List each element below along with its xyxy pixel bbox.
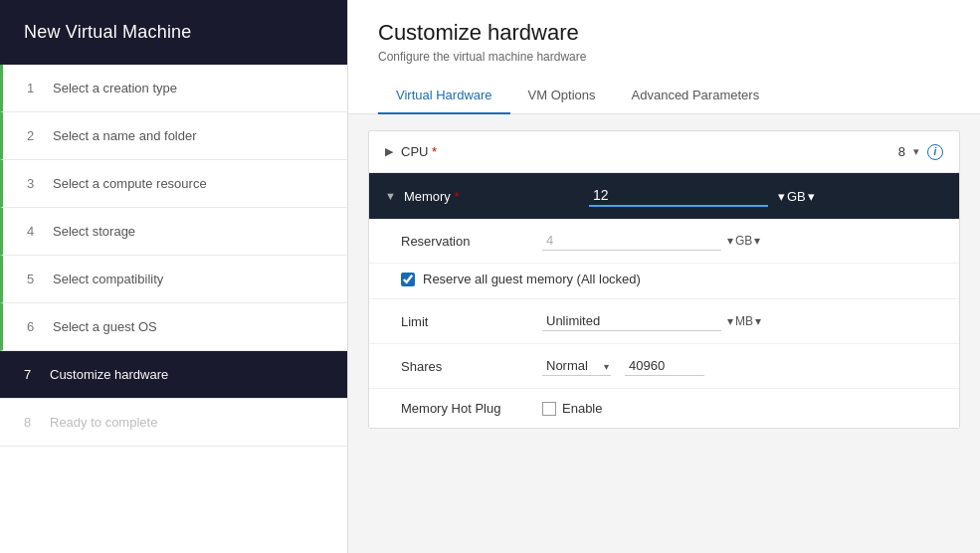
sidebar: New Virtual Machine 1 Select a creation … (0, 0, 348, 553)
shares-row: Shares Normal Low High Custom ▾ (369, 344, 959, 389)
cpu-field-value: 8 ▾ i (876, 143, 943, 160)
reserve-all-checkbox[interactable] (401, 273, 415, 286)
memory-label: Memory * (404, 189, 581, 204)
tab-advanced-parameters[interactable]: Advanced Parameters (614, 78, 778, 114)
hotplug-enable-label: Enable (562, 401, 602, 416)
cpu-dropdown-button[interactable]: ▾ (911, 143, 921, 160)
step-num-8: 8 (24, 415, 40, 430)
shares-value-area: Normal Low High Custom ▾ (542, 356, 935, 376)
reservation-unit[interactable]: ▾ GB ▾ (727, 234, 760, 248)
sidebar-title: New Virtual Machine (0, 0, 347, 65)
step-num-7: 7 (24, 367, 40, 382)
reservation-unit-label: GB (735, 234, 752, 248)
content-header: Customize hardware Configure the virtual… (348, 0, 980, 114)
page-subtitle: Configure the virtual machine hardware (378, 50, 950, 64)
sidebar-item-storage[interactable]: 4 Select storage (0, 208, 347, 256)
step-num-4: 4 (27, 224, 43, 239)
step-num-3: 3 (27, 176, 43, 191)
sidebar-item-guest-os[interactable]: 6 Select a guest OS (0, 303, 347, 351)
cpu-row: ▶ CPU * 8 ▾ i (369, 131, 959, 173)
step-num-2: 2 (27, 128, 43, 143)
limit-unit-caret: ▾ (727, 314, 733, 328)
sidebar-item-name-folder[interactable]: 2 Select a name and folder (0, 112, 347, 160)
memory-details: Reservation ▾ GB ▾ Reserve all guest mem… (369, 219, 959, 428)
hardware-section: ▶ CPU * 8 ▾ i ▼ Memory * (368, 130, 960, 429)
memory-input-area: ▾ GB ▾ (589, 185, 943, 207)
reservation-label: Reservation (401, 234, 530, 249)
hotplug-row: Memory Hot Plug Enable (369, 389, 959, 428)
reservation-value-area: ▾ GB ▾ (542, 231, 935, 251)
step-label-8: Ready to complete (50, 415, 157, 430)
sidebar-item-compute-resource[interactable]: 3 Select a compute resource (0, 160, 347, 208)
cpu-expand-icon[interactable]: ▶ (385, 145, 393, 158)
step-label-4: Select storage (53, 224, 135, 239)
step-label-7: Customize hardware (50, 367, 168, 382)
hotplug-label: Memory Hot Plug (401, 401, 530, 416)
reservation-unit-caret: ▾ (727, 234, 733, 248)
page-title: Customize hardware (378, 20, 950, 46)
shares-label: Shares (401, 359, 530, 374)
limit-unit-label: MB (735, 314, 753, 328)
tab-bar: Virtual Hardware VM Options Advanced Par… (378, 78, 950, 113)
memory-unit-caret2: ▾ (808, 189, 815, 204)
shares-dropdown[interactable]: Normal Low High Custom (542, 356, 611, 376)
reservation-row: Reservation ▾ GB ▾ (369, 219, 959, 264)
step-num-5: 5 (27, 272, 43, 286)
cpu-value: 8 (876, 144, 905, 159)
memory-expand-icon[interactable]: ▼ (385, 190, 396, 202)
hotplug-checkbox[interactable] (542, 402, 556, 416)
hotplug-value-area: Enable (542, 401, 935, 416)
sidebar-item-ready-to-complete: 8 Ready to complete (0, 399, 347, 447)
limit-value-input[interactable] (542, 311, 721, 331)
step-label-1: Select a creation type (53, 81, 177, 95)
step-label-3: Select a compute resource (53, 176, 207, 191)
memory-unit-label: GB (787, 189, 806, 204)
shares-value-input[interactable] (625, 356, 704, 376)
memory-unit-dropdown[interactable]: ▾ GB ▾ (774, 187, 819, 206)
reserve-all-label: Reserve all guest memory (All locked) (423, 272, 641, 286)
step-label-6: Select a guest OS (53, 319, 157, 334)
limit-unit[interactable]: ▾ MB ▾ (727, 314, 761, 328)
limit-value-area: ▾ MB ▾ (542, 311, 935, 331)
shares-select-wrap: Normal Low High Custom ▾ (542, 356, 611, 376)
tab-vm-options[interactable]: VM Options (510, 78, 614, 114)
sidebar-item-customize-hardware[interactable]: 7 Customize hardware (0, 351, 347, 399)
memory-row-header: ▼ Memory * ▾ GB ▾ (369, 173, 959, 219)
sidebar-steps: 1 Select a creation type 2 Select a name… (0, 65, 347, 553)
cpu-info-icon[interactable]: i (927, 144, 943, 160)
reserve-all-checkbox-row: Reserve all guest memory (All locked) (369, 264, 959, 299)
step-num-1: 1 (27, 81, 43, 95)
cpu-label: CPU * (401, 144, 868, 159)
limit-row: Limit ▾ MB ▾ (369, 299, 959, 344)
reservation-value-input[interactable] (542, 231, 721, 251)
memory-required-star: * (451, 189, 460, 204)
reservation-unit-caret2: ▾ (754, 234, 760, 248)
limit-unit-caret2: ▾ (755, 314, 761, 328)
form-area: ▶ CPU * 8 ▾ i ▼ Memory * (348, 114, 980, 553)
cpu-required-star: * (428, 144, 437, 159)
limit-label: Limit (401, 314, 530, 329)
sidebar-item-creation-type[interactable]: 1 Select a creation type (0, 65, 347, 112)
sidebar-item-compatibility[interactable]: 5 Select compatibility (0, 256, 347, 303)
step-label-5: Select compatibility (53, 272, 163, 286)
tab-virtual-hardware[interactable]: Virtual Hardware (378, 78, 510, 114)
memory-unit-caret: ▾ (778, 189, 785, 204)
step-label-2: Select a name and folder (53, 128, 197, 143)
memory-value-input[interactable] (589, 185, 768, 207)
main-content: Customize hardware Configure the virtual… (348, 0, 980, 553)
step-num-6: 6 (27, 319, 43, 334)
